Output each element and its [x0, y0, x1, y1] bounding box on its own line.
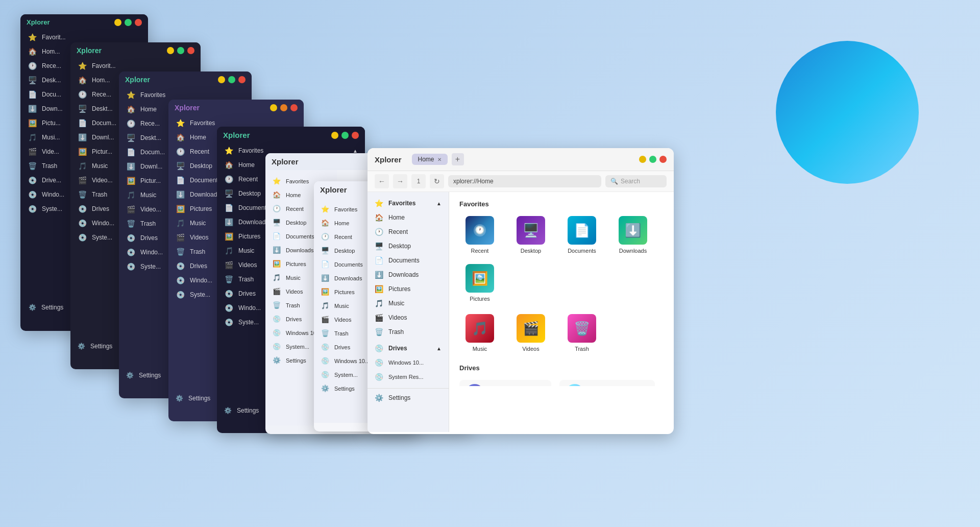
- lbl: Desktop: [238, 190, 261, 197]
- sidebar-label: Down...: [42, 105, 63, 112]
- lbl: Syste...: [140, 263, 161, 270]
- gear-5: ⚙️: [224, 407, 232, 414]
- dl-icon-2: ⬇️: [78, 133, 87, 141]
- drives-icon: 💿: [28, 176, 37, 184]
- ms-music[interactable]: 🎵 Music: [368, 296, 449, 310]
- dl-icon-3: ⬇️: [126, 162, 135, 171]
- sidebar-label: Pictur...: [92, 148, 112, 155]
- maximize-btn-2[interactable]: [177, 47, 184, 54]
- sidebar-label: Favorit...: [92, 62, 116, 69]
- ms-recent[interactable]: 🕐 Recent: [368, 225, 449, 239]
- main-titlebar: Xplorer Home ✕ +: [368, 148, 674, 171]
- sidebar-label: Deskt...: [92, 105, 113, 112]
- minimize-btn-3[interactable]: [218, 76, 225, 83]
- minimize-btn-2[interactable]: [167, 47, 174, 54]
- lbl: Favorites: [334, 206, 357, 212]
- main-tab-home[interactable]: Home ✕: [412, 154, 448, 165]
- minimize-btn-1[interactable]: [114, 19, 121, 26]
- max-5[interactable]: [341, 132, 349, 139]
- ms-dl[interactable]: ⬇️ Downloads: [368, 268, 449, 282]
- min-5[interactable]: [331, 132, 338, 139]
- ms-drives[interactable]: 💿 Drives ▲: [368, 341, 449, 355]
- maximize-btn-1[interactable]: [125, 19, 132, 26]
- folder-videos[interactable]: 🎬 Videos: [510, 314, 551, 352]
- documents-icon: 📄: [28, 90, 37, 99]
- sidebar-label: Rece...: [42, 62, 61, 69]
- lbl: Windows 10...: [388, 360, 424, 366]
- drives-section-title: Drives: [459, 364, 664, 372]
- forward-btn[interactable]: →: [393, 174, 407, 188]
- folder-icon-music: 🎵: [465, 314, 494, 343]
- folder-label-pictures: Pictures: [470, 296, 490, 302]
- sidebar-label-trash-2: Trash: [92, 191, 107, 198]
- close-4[interactable]: [290, 104, 298, 111]
- sidebar-label: Favorit...: [42, 34, 66, 41]
- drives-ms: 💿: [375, 344, 383, 352]
- videos-icon: 🎬: [28, 148, 37, 156]
- lbl: Music: [190, 220, 206, 227]
- drive-system-icon: 💿: [566, 384, 584, 386]
- ms-home[interactable]: 🏠 Home: [368, 210, 449, 225]
- ms-settings[interactable]: ⚙️ Settings: [368, 388, 449, 405]
- ms-docs[interactable]: 📄 Documents: [368, 253, 449, 268]
- folder-documents[interactable]: 📄 Documents: [561, 216, 602, 254]
- tab-close-btn[interactable]: ✕: [437, 157, 442, 162]
- folder-downloads[interactable]: ⬇️ Downloads: [612, 216, 653, 254]
- lbl: Drives: [334, 344, 350, 350]
- main-close-btn[interactable]: [659, 156, 667, 163]
- close-btn-3[interactable]: [238, 76, 246, 83]
- recent-5: 🕐: [224, 175, 233, 183]
- drives-icon-2: 💿: [78, 205, 87, 213]
- sidebar-label: Vide...: [42, 148, 59, 155]
- close-btn-1[interactable]: [135, 19, 142, 26]
- main-max-btn[interactable]: [649, 156, 656, 163]
- folder-pictures[interactable]: 🖼️ Pictures: [459, 264, 500, 302]
- main-min-btn[interactable]: [639, 156, 646, 163]
- drive-windows[interactable]: 💿 Windows 10 (C:\): [459, 380, 551, 386]
- ms-videos[interactable]: 🎬 Videos: [368, 310, 449, 325]
- win-icon: 💿: [28, 190, 37, 199]
- sidebar-label: Desk...: [42, 77, 61, 84]
- pics-5: 🖼️: [224, 232, 233, 241]
- trash-6: 🗑️: [273, 301, 281, 309]
- ms-desktop[interactable]: 🖥️ Desktop: [368, 239, 449, 253]
- win-4: 💿: [176, 276, 185, 284]
- folder-recent[interactable]: 🕐 Recent: [459, 216, 500, 254]
- traffic-lights-5: [331, 132, 359, 139]
- folder-label-trash: Trash: [575, 346, 589, 352]
- folder-icon-documents: 📄: [568, 216, 596, 245]
- back-btn[interactable]: ←: [375, 174, 389, 188]
- home-4: 🏠: [176, 133, 185, 141]
- main-content-area: Favorites 🕐 Recent 🖥️ Desktop: [449, 192, 674, 386]
- app-title-5: Xplorer: [223, 131, 250, 139]
- desktop-icon-2: 🖥️: [78, 105, 87, 113]
- close-5[interactable]: [352, 132, 359, 139]
- gear-6: ⚙️: [273, 356, 281, 364]
- search-bar[interactable]: 🔍 Search: [605, 175, 667, 187]
- folder-trash[interactable]: 🗑️ Trash: [561, 314, 602, 352]
- address-bar[interactable]: xplorer://Home: [448, 175, 601, 187]
- sidebar-favorites-2[interactable]: ⭐ Favorit...: [70, 59, 201, 73]
- max-4[interactable]: [280, 104, 287, 111]
- refresh-btn[interactable]: ↻: [430, 174, 444, 188]
- trash-ms: 🗑️: [375, 328, 383, 336]
- drive-system[interactable]: 💿 System Reserved (D:\): [559, 380, 655, 386]
- ms-fav[interactable]: ⭐ Favorites ▲: [368, 196, 449, 210]
- folder-icon-videos: 🎬: [517, 314, 545, 343]
- ms-pics[interactable]: 🖼️ Pictures: [368, 282, 449, 296]
- sysres-icon: 💿: [28, 205, 37, 213]
- maximize-btn-3[interactable]: [228, 76, 235, 83]
- sys-6: 💿: [273, 343, 281, 350]
- folder-music[interactable]: 🎵 Music: [459, 314, 500, 352]
- folder-desktop[interactable]: 🖥️ Desktop: [510, 216, 551, 254]
- min-4[interactable]: [270, 104, 277, 111]
- close-btn-2[interactable]: [187, 47, 194, 54]
- new-tab-btn[interactable]: +: [452, 153, 464, 165]
- ms-sys[interactable]: 💿 System Res...: [368, 370, 449, 384]
- ms-win10[interactable]: 💿 Windows 10...: [368, 355, 449, 370]
- lbl: Recent: [190, 148, 209, 155]
- ms-trash[interactable]: 🗑️ Trash: [368, 325, 449, 339]
- dl-7: ⬇️: [321, 274, 329, 282]
- video-icon-3: 🎬: [126, 205, 135, 213]
- downloads-icon: ⬇️: [28, 105, 37, 113]
